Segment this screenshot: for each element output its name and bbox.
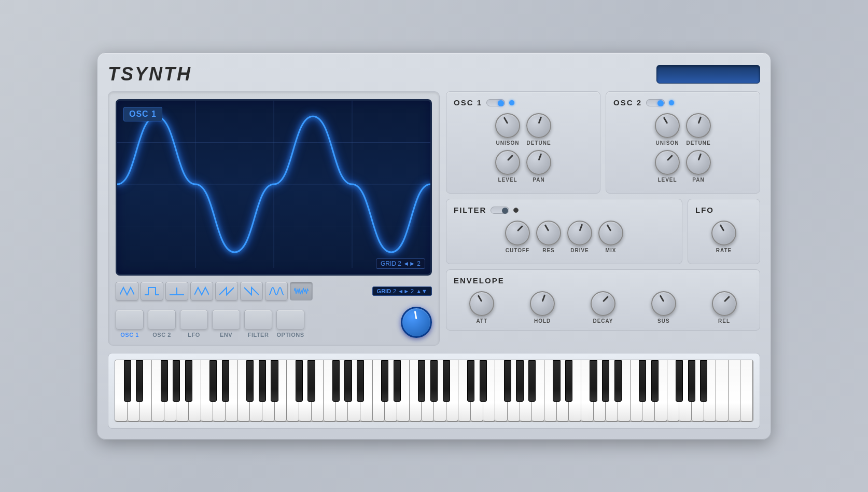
osc2-title: OSC 2 <box>613 98 642 107</box>
piano-black-key-21[interactable] <box>480 360 487 402</box>
osc1-toggle-dot <box>498 100 504 106</box>
piano-black-key-27[interactable] <box>590 360 597 402</box>
piano-black-key-25[interactable] <box>553 360 560 402</box>
wave-btn-tri[interactable] <box>190 282 213 300</box>
nav-osc1[interactable]: OSC 1 <box>116 310 144 338</box>
osc1-detune-knob[interactable] <box>526 113 551 138</box>
wave-btn-revsaw[interactable] <box>240 282 263 300</box>
filter-cutoff-group: CUTOFF <box>505 221 530 253</box>
wave-btn-saw[interactable] <box>215 282 238 300</box>
piano-black-key-32[interactable] <box>676 360 683 402</box>
piano-black-key-28[interactable] <box>602 360 609 402</box>
nav-osc2-box[interactable] <box>148 310 176 330</box>
osc2-toggle[interactable] <box>646 99 665 106</box>
osc2-unison-knob[interactable] <box>655 113 680 138</box>
wave-btn-ramp[interactable] <box>165 282 188 300</box>
filter-res-group: RES <box>536 221 561 253</box>
osc1-level-knob[interactable] <box>495 150 520 175</box>
piano-white-key-49[interactable] <box>716 360 729 421</box>
piano-black-key-30[interactable] <box>639 360 646 402</box>
nav-env[interactable]: ENV <box>212 310 240 338</box>
piano-black-key-1[interactable] <box>136 360 143 402</box>
filter-mix-knob[interactable] <box>598 221 623 245</box>
piano-black-key-29[interactable] <box>614 360 622 402</box>
black-keys-overlay <box>115 360 753 402</box>
piano-keyboard[interactable] <box>115 360 753 422</box>
grid-arrows[interactable]: ▲▼ <box>416 288 427 294</box>
filter-cutoff-knob[interactable] <box>505 221 530 245</box>
osc1-pan-knob[interactable] <box>526 150 551 175</box>
nav-osc1-label: OSC 1 <box>120 332 139 338</box>
filter-res-label: RES <box>542 248 555 253</box>
lfo-knob-row: RATE <box>695 221 752 253</box>
preset-display[interactable] <box>656 65 760 84</box>
piano-black-key-7[interactable] <box>246 360 254 402</box>
filter-toggle[interactable] <box>491 207 509 214</box>
osc2-unison-label: UNISON <box>656 140 679 146</box>
piano-black-key-2[interactable] <box>161 360 168 402</box>
piano-white-key-50[interactable] <box>729 360 741 421</box>
piano-black-key-17[interactable] <box>418 360 425 402</box>
piano-black-key-22[interactable] <box>504 360 511 402</box>
piano-black-key-5[interactable] <box>209 360 217 402</box>
piano-black-key-3[interactable] <box>173 360 180 402</box>
piano-white-key-51[interactable] <box>740 360 753 421</box>
osc2-pan-knob[interactable] <box>686 150 711 175</box>
master-volume-knob[interactable] <box>401 307 432 338</box>
piano-black-key-9[interactable] <box>271 360 278 402</box>
lfo-rate-knob[interactable] <box>711 221 736 245</box>
piano-black-key-20[interactable] <box>467 360 474 402</box>
osc2-level-knob[interactable] <box>655 150 680 175</box>
piano-black-key-26[interactable] <box>565 360 572 402</box>
nav-lfo-box[interactable] <box>180 310 208 330</box>
piano-black-key-6[interactable] <box>222 360 229 402</box>
waveform-selector: GRID 2 ◄► 2 ▲▼ <box>116 282 432 300</box>
nav-options[interactable]: OPTIONS <box>276 310 304 338</box>
nav-env-box[interactable] <box>212 310 240 330</box>
env-decay-label: DECAY <box>593 318 613 324</box>
grid-selector[interactable]: GRID 2 ◄► 2 ▲▼ <box>372 286 432 296</box>
nav-osc1-box[interactable] <box>116 310 144 330</box>
piano-black-key-4[interactable] <box>185 360 192 402</box>
piano-black-key-10[interactable] <box>296 360 303 402</box>
piano-black-key-16[interactable] <box>394 360 401 402</box>
wave-btn-square[interactable] <box>141 282 163 300</box>
env-hold-knob[interactable] <box>530 291 555 316</box>
nav-filter[interactable]: FILTER <box>244 310 272 338</box>
wave-btn-sine2[interactable] <box>265 282 288 300</box>
osc1-unison-knob[interactable] <box>495 113 520 138</box>
piano-black-key-18[interactable] <box>430 360 438 402</box>
piano-black-key-24[interactable] <box>528 360 536 402</box>
nav-options-box[interactable] <box>276 310 304 330</box>
piano-black-key-14[interactable] <box>357 360 364 402</box>
nav-osc2[interactable]: OSC 2 <box>148 310 176 338</box>
nav-filter-box[interactable] <box>244 310 272 330</box>
filter-res-knob[interactable] <box>536 221 561 245</box>
piano-black-key-11[interactable] <box>307 360 315 402</box>
piano-black-key-34[interactable] <box>700 360 707 402</box>
nav-lfo[interactable]: LFO <box>180 310 208 338</box>
piano-black-key-12[interactable] <box>332 360 340 402</box>
piano-black-key-19[interactable] <box>443 360 450 402</box>
env-rel-knob[interactable] <box>712 291 737 316</box>
piano-black-key-31[interactable] <box>651 360 659 402</box>
env-att-knob[interactable] <box>469 291 494 316</box>
piano-black-key-33[interactable] <box>688 360 695 402</box>
env-sus-knob[interactable] <box>651 291 676 316</box>
wave-btn-noise[interactable] <box>290 282 313 300</box>
osc2-detune-knob[interactable] <box>686 113 711 138</box>
osc1-detune-group: DETUNE <box>526 113 551 146</box>
piano-black-key-8[interactable] <box>259 360 266 402</box>
env-decay-knob[interactable] <box>591 291 615 316</box>
filter-drive-knob[interactable] <box>567 221 592 245</box>
lfo-rate-label: RATE <box>716 248 732 253</box>
osc-screen: OSC 1 GRID 2 ◄► 2 <box>116 99 432 276</box>
osc1-toggle[interactable] <box>486 99 505 106</box>
piano-black-key-0[interactable] <box>124 360 131 402</box>
piano-black-key-23[interactable] <box>516 360 523 402</box>
env-att-group: ATT <box>469 291 494 324</box>
piano-black-key-13[interactable] <box>344 360 352 402</box>
grid-value: 2 ◄► 2 <box>393 288 414 294</box>
wave-btn-triangle[interactable] <box>116 282 138 300</box>
piano-black-key-15[interactable] <box>381 360 388 402</box>
